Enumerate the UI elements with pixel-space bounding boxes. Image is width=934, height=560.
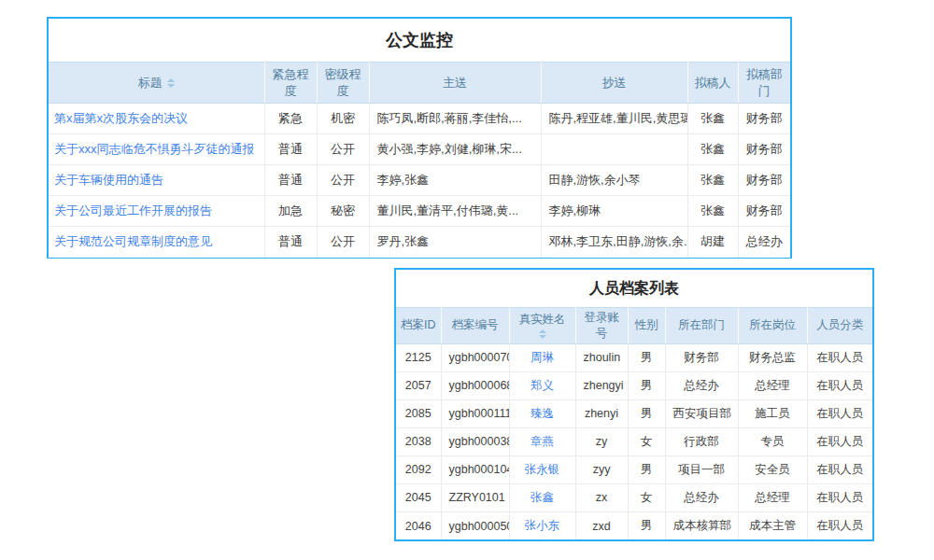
doc-header-row: 标题 紧急程度 密级程度 主送 抄送 拟稿人 拟稿部门 <box>49 63 790 104</box>
post-cell: 财务总监 <box>738 343 807 371</box>
gender-cell: 男 <box>628 455 665 483</box>
person-name-link[interactable]: 臻逸 <box>509 399 575 427</box>
person-name-link[interactable]: 张小东 <box>509 511 575 539</box>
category-cell: 在职人员 <box>807 343 872 371</box>
account-cell: zyy <box>575 455 628 483</box>
doc-title-link[interactable]: 关于规范公司规章制度的意见 <box>49 227 264 258</box>
gender-cell: 女 <box>628 483 665 511</box>
drafter-cell: 张鑫 <box>687 165 738 196</box>
category-cell: 在职人员 <box>807 427 872 455</box>
table-row: 关于xxx同志临危不惧勇斗歹徒的通报 普通 公开 黄小强,李婷,刘健,柳琳,宋.… <box>49 134 790 165</box>
cc-cell: 邓林,李卫东,田静,游恢,余... <box>541 227 687 258</box>
personnel-archive-panel: 人员档案列表 档案ID 档案编号 真实姓名 登录账号 性别 <box>394 268 874 541</box>
urgency-cell: 加急 <box>264 196 317 227</box>
personnel-panel-title: 人员档案列表 <box>396 270 872 307</box>
doc-title-link[interactable]: 第x届第x次股东会的决议 <box>49 104 264 134</box>
archive-id-cell: 2057 <box>396 371 441 399</box>
archive-code-cell: ygbh000038 <box>441 427 509 455</box>
table-row: 关于公司最近工作开展的报告 加急 秘密 董川民,董清平,付伟璐,黄... 李婷,… <box>49 196 790 227</box>
cc-cell: 陈丹,程亚雄,董川民,黄思璐... <box>541 104 687 134</box>
person-name-link[interactable]: 郑义 <box>509 371 575 399</box>
account-cell: zy <box>575 427 628 455</box>
person-name-link[interactable]: 张鑫 <box>509 483 575 511</box>
doc-panel-title: 公文监控 <box>49 19 790 62</box>
doc-col-title-label: 标题 <box>138 76 163 90</box>
dept-cell: 财务部 <box>738 165 790 196</box>
account-cell: zhoulin <box>575 343 628 371</box>
doc-col-to: 主送 <box>369 63 541 104</box>
urgency-cell: 普通 <box>264 134 317 165</box>
dept-cell: 总经办 <box>665 371 738 399</box>
person-name-link[interactable]: 周琳 <box>509 343 575 371</box>
dept-cell: 财务部 <box>738 196 790 227</box>
doc-col-drafter: 拟稿人 <box>687 63 738 104</box>
category-cell: 在职人员 <box>807 399 872 427</box>
account-cell: zhengyi <box>575 371 628 399</box>
table-row: 2045 ZZRY0101 张鑫 zx 女 总经办 总经理 在职人员 <box>396 483 872 511</box>
cc-cell <box>541 134 687 165</box>
pers-col-gender: 性别 <box>628 308 665 344</box>
page: 公文监控 标题 紧急程度 密级程度 主送 抄送 拟稿人 拟稿部门 <box>0 0 934 560</box>
gender-cell: 男 <box>628 511 665 539</box>
archive-code-cell: ygbh000070 <box>441 343 509 371</box>
table-row: 2085 ygbh000111 臻逸 zhenyi 男 西安项目部 施工员 在职… <box>396 399 872 427</box>
table-row: 第x届第x次股东会的决议 紧急 机密 陈巧凤,断郎,蒋丽,李佳怡,... 陈丹,… <box>49 104 790 134</box>
secrecy-cell: 公开 <box>317 227 369 258</box>
sort-icon[interactable] <box>539 329 546 339</box>
to-cell: 李婷,张鑫 <box>369 165 541 196</box>
archive-id-cell: 2038 <box>396 427 441 455</box>
post-cell: 总经理 <box>738 483 807 511</box>
gender-cell: 女 <box>628 427 665 455</box>
doc-title-link[interactable]: 关于车辆使用的通告 <box>49 165 264 196</box>
dept-cell: 西安项目部 <box>665 399 738 427</box>
to-cell: 陈巧凤,断郎,蒋丽,李佳怡,... <box>369 104 541 134</box>
person-name-link[interactable]: 章燕 <box>509 427 575 455</box>
post-cell: 安全员 <box>738 455 807 483</box>
category-cell: 在职人员 <box>807 455 872 483</box>
archive-id-cell: 2125 <box>396 343 441 371</box>
urgency-cell: 紧急 <box>264 104 317 134</box>
table-row: 2038 ygbh000038 章燕 zy 女 行政部 专员 在职人员 <box>396 427 872 455</box>
category-cell: 在职人员 <box>807 483 872 511</box>
doc-col-secrecy: 密级程度 <box>317 63 369 104</box>
pers-col-id: 档案ID <box>396 308 441 344</box>
drafter-cell: 张鑫 <box>687 196 738 227</box>
archive-code-cell: ygbh000111 <box>441 399 509 427</box>
to-cell: 黄小强,李婷,刘健,柳琳,宋... <box>369 134 541 165</box>
table-row: 2125 ygbh000070 周琳 zhoulin 男 财务部 财务总监 在职… <box>396 343 872 371</box>
pers-col-name[interactable]: 真实姓名 <box>509 308 575 344</box>
drafter-cell: 胡建 <box>687 227 738 258</box>
doc-title-link[interactable]: 关于xxx同志临危不惧勇斗歹徒的通报 <box>49 134 264 165</box>
dept-cell: 行政部 <box>665 427 738 455</box>
pers-col-account: 登录账号 <box>575 308 628 344</box>
dept-cell: 项目一部 <box>665 455 738 483</box>
personnel-table: 档案ID 档案编号 真实姓名 登录账号 性别 所在部门 所在岗位 人员分类 <box>396 307 872 539</box>
pers-col-category: 人员分类 <box>807 308 872 344</box>
doc-table: 标题 紧急程度 密级程度 主送 抄送 拟稿人 拟稿部门 第x届第x次股东会的决议… <box>49 62 790 258</box>
post-cell: 成本主管 <box>738 511 807 539</box>
gender-cell: 男 <box>628 343 665 371</box>
urgency-cell: 普通 <box>264 227 317 258</box>
post-cell: 专员 <box>738 427 807 455</box>
archive-id-cell: 2045 <box>396 483 441 511</box>
sort-icon[interactable] <box>167 78 175 88</box>
table-row: 2046 ygbh000050 张小东 zxd 男 成本核算部 成本主管 在职人… <box>396 511 872 539</box>
category-cell: 在职人员 <box>807 511 872 539</box>
post-cell: 施工员 <box>738 399 807 427</box>
archive-id-cell: 2085 <box>396 399 441 427</box>
account-cell: zhenyi <box>575 399 628 427</box>
archive-id-cell: 2092 <box>396 455 441 483</box>
dept-cell: 财务部 <box>738 104 790 134</box>
doc-table-body: 第x届第x次股东会的决议 紧急 机密 陈巧凤,断郎,蒋丽,李佳怡,... 陈丹,… <box>49 104 790 258</box>
gender-cell: 男 <box>628 371 665 399</box>
archive-code-cell: ygbh000050 <box>441 511 509 539</box>
doc-col-title[interactable]: 标题 <box>49 63 264 104</box>
dept-cell: 财务部 <box>665 343 738 371</box>
doc-title-link[interactable]: 关于公司最近工作开展的报告 <box>49 196 264 227</box>
pers-col-name-label: 真实姓名 <box>519 312 566 328</box>
secrecy-cell: 公开 <box>317 134 369 165</box>
personnel-table-body: 2125 ygbh000070 周琳 zhoulin 男 财务部 财务总监 在职… <box>396 343 872 539</box>
dept-cell: 总经办 <box>665 483 738 511</box>
person-name-link[interactable]: 张永银 <box>509 455 575 483</box>
gender-cell: 男 <box>628 399 665 427</box>
